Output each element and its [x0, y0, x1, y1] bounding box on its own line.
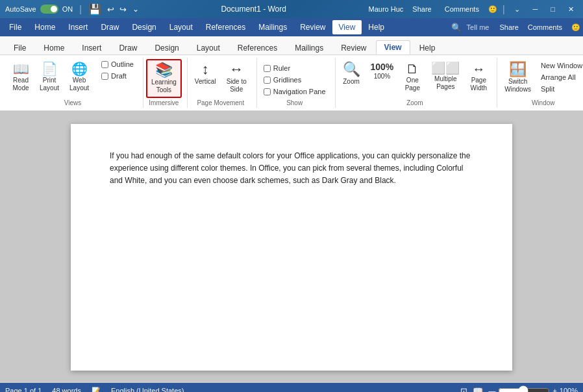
document-area: If you had enough of the same default co… — [0, 111, 583, 383]
tab-help[interactable]: Help — [411, 41, 444, 55]
title-bar-right: Mauro Huc Share Comments 🙂 | ⌄ ─ □ ✕ — [369, 4, 578, 15]
menu-bar: FileHomeInsertDrawDesignLayoutReferences… — [0, 18, 583, 36]
menu-item-review[interactable]: Review — [293, 20, 332, 34]
quick-access-icon[interactable]: ⌄ — [132, 5, 139, 14]
tab-home[interactable]: Home — [35, 41, 73, 55]
menu-item-home[interactable]: Home — [28, 20, 62, 34]
learning-tools-label: LearningTools — [151, 79, 177, 94]
tab-design[interactable]: Design — [146, 41, 187, 55]
tab-view[interactable]: View — [376, 40, 410, 55]
zoom-slider[interactable] — [498, 386, 550, 392]
ruler-btn[interactable]: Ruler — [260, 63, 330, 73]
print-layout-btn[interactable]: 📄 PrintLayout — [35, 59, 64, 95]
gridlines-checkbox[interactable] — [264, 77, 271, 84]
tell-me-input[interactable]: Tell me — [467, 23, 490, 31]
side-to-side-label: Side toSide — [227, 78, 247, 93]
split-btn[interactable]: Split — [537, 84, 583, 94]
read-mode-status-icon[interactable]: 📖 — [473, 386, 483, 393]
tab-file[interactable]: File — [5, 41, 34, 55]
views-buttons: 📖 ReadMode 📄 PrintLayout 🌐 WebLayout Out… — [8, 59, 138, 98]
save-icon[interactable]: 💾 — [88, 3, 101, 16]
close-btn[interactable]: ✕ — [564, 4, 578, 15]
vertical-label: Vertical — [195, 78, 216, 86]
zoom-100-btn[interactable]: 100% 100% — [366, 59, 399, 84]
learning-tools-btn[interactable]: 📚 LearningTools — [146, 59, 182, 98]
page-movement-group-label: Page Movement — [190, 98, 251, 106]
switch-windows-icon: 🪟 — [509, 62, 527, 77]
multiple-pages-btn[interactable]: ⬜⬜ MultiplePages — [427, 59, 464, 94]
minimize-btn[interactable]: ─ — [529, 4, 542, 14]
arrange-all-btn[interactable]: Arrange All — [537, 72, 583, 82]
navigation-pane-label: Navigation Pane — [273, 88, 326, 95]
draft-checkbox[interactable] — [101, 73, 108, 80]
page-width-label: PageWidth — [471, 77, 488, 92]
menu-item-file[interactable]: File — [3, 20, 28, 34]
web-layout-icon: 🌐 — [71, 62, 88, 75]
menu-item-layout[interactable]: Layout — [163, 20, 199, 34]
menu-item-draw[interactable]: Draw — [94, 20, 125, 34]
gridlines-btn[interactable]: Gridlines — [260, 75, 330, 85]
read-mode-btn[interactable]: 📖 ReadMode — [8, 59, 34, 95]
user-name: Mauro Huc — [369, 5, 404, 13]
ruler-checkbox[interactable] — [264, 65, 271, 72]
autosave-state: ON — [62, 5, 73, 13]
spell-check-icon[interactable]: 📝 — [92, 387, 101, 393]
tab-references[interactable]: References — [229, 41, 286, 55]
smiley-icon: 🙂 — [571, 23, 580, 32]
ribbon-group-show: Ruler Gridlines Navigation Pane Show — [257, 58, 336, 108]
tab-layout[interactable]: Layout — [188, 41, 229, 55]
outline-btn[interactable]: Outline — [97, 59, 138, 69]
menu-item-references[interactable]: References — [199, 20, 252, 34]
navigation-pane-btn[interactable]: Navigation Pane — [260, 86, 330, 97]
autosave-toggle[interactable] — [40, 5, 58, 14]
share-ribbon-btn[interactable]: Share — [499, 23, 518, 31]
menu-item-insert[interactable]: Insert — [62, 20, 94, 34]
ribbon-group-views: 📖 ReadMode 📄 PrintLayout 🌐 WebLayout Out… — [5, 58, 143, 108]
zoom-btn[interactable]: 🔍 Zoom — [338, 59, 365, 89]
zoom-100-icon: 100% — [371, 62, 394, 71]
tab-review[interactable]: Review — [332, 41, 375, 55]
zoom-100-label: 100% — [374, 73, 391, 80]
redo-btn[interactable]: ↪ — [118, 4, 129, 15]
undo-redo: ↩ ↪ — [105, 4, 129, 15]
zoom-icon: 🔍 — [343, 62, 360, 77]
menu-item-design[interactable]: Design — [125, 20, 162, 34]
one-page-btn[interactable]: 🗋 OnePage — [399, 59, 425, 95]
comments-ribbon-btn[interactable]: Comments — [524, 22, 566, 32]
comments-button[interactable]: Comments — [441, 4, 483, 14]
status-left: Page 1 of 1 48 words 📝 English (United S… — [5, 387, 184, 393]
navigation-pane-checkbox[interactable] — [264, 88, 271, 95]
ribbon-tabs: File Home Insert Draw Design Layout Refe… — [0, 39, 583, 55]
ribbon-group-page-movement: ↕ Vertical ↔ Side toSide Page Movement — [188, 58, 257, 108]
tab-mailings[interactable]: Mailings — [286, 41, 332, 55]
ribbon-display-btn[interactable]: ⌄ — [510, 4, 524, 15]
zoom-in-btn[interactable]: + — [552, 387, 556, 392]
web-layout-btn[interactable]: 🌐 WebLayout — [65, 59, 93, 95]
undo-btn[interactable]: ↩ — [105, 4, 116, 15]
side-to-side-btn[interactable]: ↔ Side toSide — [222, 59, 251, 97]
share-button[interactable]: Share — [408, 4, 435, 14]
title-bar-left: AutoSave ON | 💾 ↩ ↪ ⌄ — [5, 3, 139, 16]
views-group-label: Views — [8, 98, 138, 106]
focus-mode-icon[interactable]: ⊡ — [460, 386, 467, 393]
window-small-btns: New Window Arrange All Split — [537, 59, 583, 94]
menu-item-help[interactable]: Help — [362, 20, 391, 34]
tab-insert[interactable]: Insert — [73, 41, 110, 55]
zoom-out-btn[interactable]: — — [488, 387, 495, 392]
menu-item-mailings[interactable]: Mailings — [252, 20, 293, 34]
menu-item-view[interactable]: View — [332, 20, 362, 34]
tab-draw[interactable]: Draw — [110, 41, 145, 55]
language: English (United States) — [111, 387, 184, 392]
switch-windows-btn[interactable]: 🪟 SwitchWindows — [500, 59, 536, 97]
outline-label: Outline — [111, 60, 134, 68]
vertical-btn[interactable]: ↕ Vertical — [190, 59, 221, 89]
page-width-icon: ↔ — [472, 62, 485, 75]
draft-btn[interactable]: Draft — [97, 71, 138, 81]
immersive-buttons: 📚 LearningTools — [146, 59, 182, 98]
multiple-pages-label: MultiplePages — [434, 75, 456, 91]
new-window-btn[interactable]: New Window — [537, 60, 583, 71]
document-text: If you had enough of the same default co… — [110, 150, 473, 188]
maximize-btn[interactable]: □ — [547, 4, 559, 14]
outline-checkbox[interactable] — [101, 61, 108, 68]
page-width-btn[interactable]: ↔ PageWidth — [465, 59, 491, 95]
